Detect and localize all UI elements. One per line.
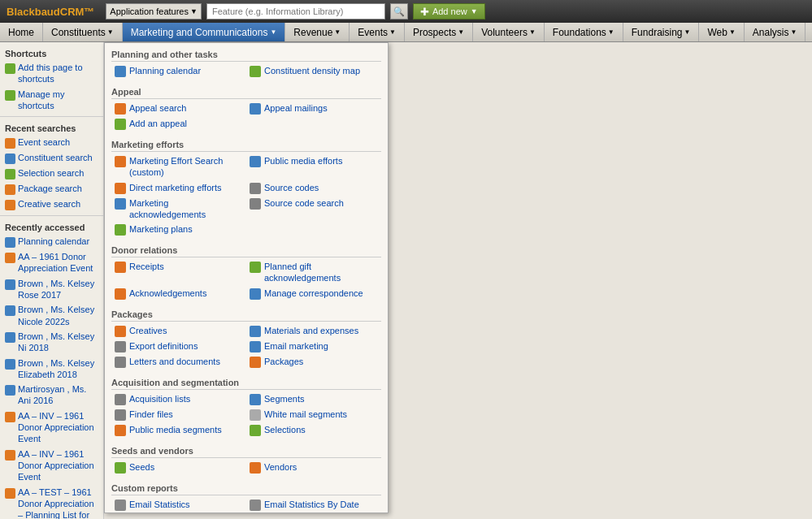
accessed-brown-nicole[interactable]: Brown , Ms. Kelsey Nicole 2022s xyxy=(0,302,103,329)
recently-accessed-title: Recently accessed xyxy=(0,219,103,234)
dd-appeal-mailings[interactable]: Appeal mailings xyxy=(246,101,381,116)
packages-section: Packages Creatives Materials and expense… xyxy=(105,303,388,371)
manage-shortcuts-icon xyxy=(5,90,15,101)
acknowledgements-icon xyxy=(115,288,126,300)
email-stats-icon xyxy=(115,500,126,511)
add-new-button[interactable]: ✚ Add new ▼ xyxy=(413,3,485,19)
accessed-aa-inv2[interactable]: AA – INV – 1961 Donor Appreciation Event xyxy=(0,447,103,485)
dd-source-code-search[interactable]: Source code search xyxy=(246,196,381,223)
custom-reports-title: Custom reports xyxy=(111,480,381,495)
accessed-aa-inv1[interactable]: AA – INV – 1961 Donor Appreciation Event xyxy=(0,409,103,447)
arrow-icon: ▼ xyxy=(458,28,464,36)
accessed-aa-test[interactable]: AA – TEST – 1961 Donor Appreciation – Pl… xyxy=(0,485,103,519)
seeds-icon xyxy=(115,462,126,474)
dd-planning-calendar[interactable]: Planning calendar xyxy=(111,63,246,79)
dd-export-definitions[interactable]: Export definitions xyxy=(111,339,246,354)
marketing-ack-icon xyxy=(115,198,126,210)
accessed-brown-ni[interactable]: Brown , Ms. Kelsey Ni 2018 xyxy=(0,329,103,356)
arrow-icon: ▼ xyxy=(529,28,536,36)
event-icon4 xyxy=(5,488,15,499)
marketing-efforts-section: Marketing efforts Marketing Effort Searc… xyxy=(105,133,388,239)
dd-materials-expenses[interactable]: Materials and expenses xyxy=(246,323,381,339)
add-shortcut-icon xyxy=(5,63,15,74)
seeds-vendors-title: Seeds and vendors xyxy=(111,443,381,458)
recent-constituent-search[interactable]: Constituent search xyxy=(0,150,103,166)
acquisition-section-title: Acquisition and segmentation xyxy=(111,374,381,390)
appeal-section-title: Appeal xyxy=(111,84,381,99)
search-button[interactable]: 🔍 xyxy=(390,3,408,19)
dd-acquisition-lists[interactable]: Acquisition lists xyxy=(111,391,246,407)
dd-email-stats-date[interactable]: Email Statistics By Date xyxy=(246,497,381,513)
accessed-brown-rose[interactable]: Brown , Ms. Kelsey Rose 2017 xyxy=(0,276,103,303)
recent-package-search[interactable]: Package search xyxy=(0,181,103,197)
dd-direct-marketing[interactable]: Direct marketing efforts xyxy=(111,180,246,196)
dd-constituent-density[interactable]: Constituent density map xyxy=(246,63,381,79)
dd-add-appeal[interactable]: Add an appeal xyxy=(111,116,246,132)
dd-email-marketing[interactable]: Email marketing xyxy=(246,339,381,354)
dd-public-media-segments[interactable]: Public media segments xyxy=(111,422,246,438)
recent-creative-search[interactable]: Creative search xyxy=(0,197,103,212)
nav-foundations[interactable]: Foundations ▼ xyxy=(545,23,623,41)
nav-revenue[interactable]: Revenue ▼ xyxy=(285,23,350,41)
dd-marketing-plans[interactable]: Marketing plans xyxy=(111,222,246,237)
dropdown-arrow-icon: ▼ xyxy=(190,7,198,15)
nav-analysis[interactable]: Analysis ▼ xyxy=(745,23,806,41)
dd-vendors[interactable]: Vendors xyxy=(246,460,381,475)
accessed-aa-1961[interactable]: AA – 1961 Donor Appreciation Event xyxy=(0,249,103,276)
arrow-icon: ▼ xyxy=(107,28,114,36)
nav-home[interactable]: Home xyxy=(0,23,43,41)
dd-packages[interactable]: Packages xyxy=(246,354,381,370)
dd-white-mail[interactable]: White mail segments xyxy=(246,407,381,422)
dd-source-codes[interactable]: Source codes xyxy=(246,180,381,196)
nav-marketing[interactable]: Marketing and Communications ▼ xyxy=(123,23,286,41)
package-search-icon xyxy=(5,184,15,195)
add-appeal-icon xyxy=(115,119,126,130)
dd-selections[interactable]: Selections xyxy=(246,422,381,438)
arrow-icon: ▼ xyxy=(334,28,341,36)
dd-marketing-effort-search[interactable]: Marketing Effort Search (custom) xyxy=(111,154,246,180)
dd-manage-correspondence[interactable]: Manage correspondence xyxy=(246,286,381,301)
dd-acknowledgements[interactable]: Acknowledgements xyxy=(111,286,246,301)
dd-public-media-efforts[interactable]: Public media efforts xyxy=(246,154,381,180)
selections-icon xyxy=(250,425,261,436)
dd-email-statistics[interactable]: Email Statistics xyxy=(111,497,246,513)
manage-shortcuts-item[interactable]: Manage my shortcuts xyxy=(0,87,103,114)
segments-icon xyxy=(250,394,261,405)
dd-letters-docs[interactable]: Letters and documents xyxy=(111,354,246,370)
accessed-brown-elizabeth[interactable]: Brown , Ms. Kelsey Elizabeth 2018 xyxy=(0,356,103,383)
constituent-icon3 xyxy=(5,332,15,343)
selection-search-icon xyxy=(5,169,15,179)
dd-appeal-search[interactable]: Appeal search xyxy=(111,101,246,116)
acq-lists-icon xyxy=(115,394,126,405)
nav-constituents[interactable]: Constituents ▼ xyxy=(43,23,123,41)
dd-planned-gift[interactable]: Planned gift acknowledgements xyxy=(246,259,381,286)
add-shortcut-item[interactable]: Add this page to shortcuts xyxy=(0,60,103,87)
appeal-mail-icon xyxy=(250,103,261,115)
nav-administration[interactable]: Administration ▼ xyxy=(805,23,812,41)
dd-seeds[interactable]: Seeds xyxy=(111,460,246,475)
accessed-martirosyan[interactable]: Martirosyan , Ms. Ani 2016 xyxy=(0,382,103,409)
dd-segments[interactable]: Segments xyxy=(246,391,381,407)
arrow-icon: ▼ xyxy=(684,28,690,36)
application-features-select[interactable]: Application features ▼ xyxy=(106,3,202,19)
dd-finder-files[interactable]: Finder files xyxy=(111,407,246,422)
nav-volunteers[interactable]: Volunteers ▼ xyxy=(473,23,545,41)
dd-creatives[interactable]: Creatives xyxy=(111,323,246,339)
dd-receipts[interactable]: Receipts xyxy=(111,259,246,286)
event-icon2 xyxy=(5,412,15,422)
recent-selection-search[interactable]: Selection search xyxy=(0,166,103,181)
nav-fundraising[interactable]: Fundraising ▼ xyxy=(623,23,700,41)
nav-events[interactable]: Events ▼ xyxy=(350,23,405,41)
accessed-planning-calendar[interactable]: Planning calendar xyxy=(0,234,103,249)
materials-icon xyxy=(250,326,261,337)
recent-event-search[interactable]: Event search xyxy=(0,135,103,150)
feature-search-input[interactable] xyxy=(206,3,385,19)
creatives-icon xyxy=(115,326,126,337)
calendar-icon xyxy=(5,237,15,248)
marketing-plans-icon xyxy=(115,224,126,236)
source-search-icon xyxy=(250,198,261,210)
nav-prospects[interactable]: Prospects ▼ xyxy=(405,23,473,41)
dd-marketing-ack[interactable]: Marketing acknowledgements xyxy=(111,196,246,223)
media-efforts-icon xyxy=(250,156,261,167)
nav-web[interactable]: Web ▼ xyxy=(699,23,744,41)
